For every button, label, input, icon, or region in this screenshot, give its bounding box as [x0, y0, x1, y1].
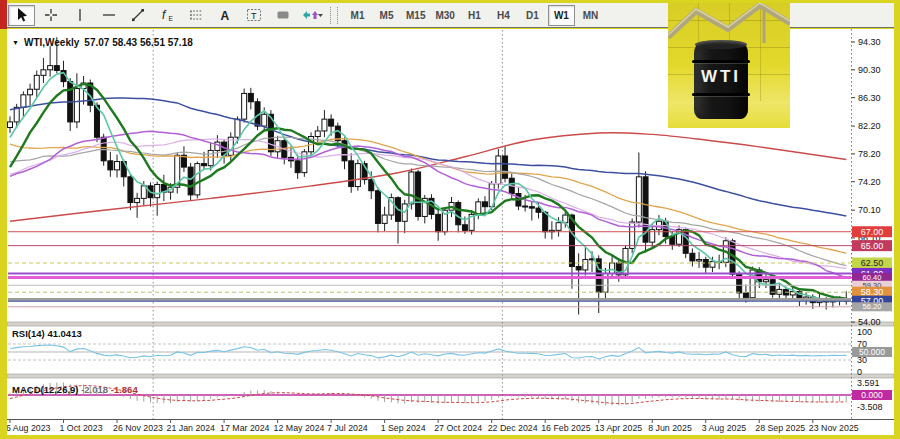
rectangle-icon — [275, 7, 291, 23]
svg-text:62.50: 62.50 — [861, 258, 884, 268]
svg-text:70.10: 70.10 — [858, 205, 881, 215]
svg-text:67.00: 67.00 — [861, 227, 884, 237]
svg-text:82.20: 82.20 — [858, 121, 881, 131]
pipes-graphic — [668, 3, 790, 43]
wti-logo-image: WTI — [668, 3, 790, 128]
collapse-triangle-icon[interactable]: ▼ — [12, 39, 19, 46]
rsi-name: RSI(14) — [12, 328, 45, 339]
svg-text:56.20: 56.20 — [863, 302, 882, 311]
svg-text:100: 100 — [857, 327, 872, 337]
cursor-icon — [14, 7, 30, 23]
fibonacci-icon — [188, 7, 204, 23]
svg-text:74.20: 74.20 — [858, 177, 881, 187]
svg-text:3.591: 3.591 — [857, 378, 880, 388]
timeframe-m30-button[interactable]: M30 — [431, 5, 458, 26]
svg-text:0.000: 0.000 — [861, 390, 883, 400]
timeframe-mn-button[interactable]: MN — [577, 5, 604, 26]
trendline-icon — [130, 7, 146, 23]
svg-text:13 Apr 2025: 13 Apr 2025 — [595, 423, 643, 433]
crosshair-tool[interactable] — [37, 5, 64, 26]
symbol-title: ▼ WTI,Weekly 57.07 58.43 56.51 57.18 — [12, 37, 193, 48]
vertical-line-tool[interactable] — [66, 5, 93, 26]
equidistant-channel-tool[interactable]: fE — [153, 5, 180, 26]
svg-text:3 Aug 2025: 3 Aug 2025 — [702, 423, 747, 433]
shapes-tool[interactable] — [269, 5, 296, 26]
ohlc-quote: 57.07 58.43 56.51 57.18 — [84, 37, 192, 48]
svg-text:-3.508: -3.508 — [857, 402, 883, 412]
svg-text:A: A — [220, 9, 229, 23]
svg-text:54.00: 54.00 — [858, 317, 881, 327]
timeframe-group: M1M5M15M30H1H4D1W1MN — [343, 5, 605, 26]
text-label-icon: T — [246, 7, 262, 23]
svg-text:1 Oct 2023: 1 Oct 2023 — [60, 423, 103, 433]
macd-value: -2.018 — [81, 384, 108, 395]
timeframe-m15-button[interactable]: M15 — [402, 5, 429, 26]
crosshair-icon — [43, 7, 59, 23]
svg-text:27 Oct 2024: 27 Oct 2024 — [434, 423, 482, 433]
svg-text:6 Aug 2023: 6 Aug 2023 — [7, 423, 51, 433]
text-label-tool[interactable]: T — [240, 5, 267, 26]
rsi-value: 41.0413 — [47, 328, 81, 339]
svg-text:23 Nov 2025: 23 Nov 2025 — [809, 423, 859, 433]
vertical-line-icon — [72, 7, 88, 23]
text-a-icon: A — [217, 7, 233, 23]
svg-text:E: E — [168, 15, 173, 22]
svg-text:7 Jul 2024: 7 Jul 2024 — [327, 423, 368, 433]
svg-text:8 Jun 2025: 8 Jun 2025 — [648, 423, 692, 433]
app-frame: fEAT M1M5M15M30H1H4D1W1MN 94.3090.3086.3… — [0, 0, 900, 439]
arrows-tool[interactable] — [298, 5, 325, 26]
timeframe-m1-button[interactable]: M1 — [344, 5, 371, 26]
horizontal-line-icon — [101, 7, 117, 23]
timeframe-w1-button[interactable]: W1 — [548, 5, 575, 26]
horizontal-line-tool[interactable] — [95, 5, 122, 26]
svg-text:28 Sep 2025: 28 Sep 2025 — [755, 423, 805, 433]
trendline-tool[interactable] — [124, 5, 151, 26]
svg-text:f: f — [162, 8, 167, 22]
svg-text:16 Feb 2025: 16 Feb 2025 — [541, 423, 591, 433]
svg-text:21 Jan 2024: 21 Jan 2024 — [167, 423, 216, 433]
text-tool[interactable]: A — [211, 5, 238, 26]
svg-text:94.30: 94.30 — [858, 37, 881, 47]
arrows-icon — [301, 7, 323, 23]
channel-icon: fE — [159, 7, 175, 23]
cursor-tool[interactable] — [8, 5, 35, 26]
svg-text:17 Mar 2024: 17 Mar 2024 — [220, 423, 269, 433]
svg-text:78.20: 78.20 — [858, 149, 881, 159]
macd-name: MACD(12,26,9) — [12, 384, 79, 395]
timeframe-h4-button[interactable]: H4 — [490, 5, 517, 26]
fibonacci-tool[interactable] — [182, 5, 209, 26]
timeframe-h1-button[interactable]: H1 — [461, 5, 488, 26]
oil-barrel-graphic: WTI — [694, 43, 748, 119]
svg-text:T: T — [251, 11, 257, 21]
frame-accent — [0, 0, 7, 29]
timeframe-m5-button[interactable]: M5 — [373, 5, 400, 26]
svg-text:12 May 2024: 12 May 2024 — [274, 423, 325, 433]
macd-signal-value: -1.864 — [111, 384, 138, 395]
rsi-label: RSI(14) 41.0413 — [12, 328, 82, 339]
svg-text:50.000: 50.000 — [859, 347, 885, 357]
macd-label: MACD(12,26,9) -2.018 -1.864 — [12, 384, 138, 395]
svg-text:86.30: 86.30 — [858, 93, 881, 103]
toolbar-grip[interactable] — [330, 7, 338, 24]
drawing-tools-group: fEAT — [7, 5, 326, 26]
svg-text:90.30: 90.30 — [858, 65, 881, 75]
logo-text: WTI — [694, 67, 748, 87]
symbol-name: WTI,Weekly — [24, 37, 79, 48]
svg-text:1 Sep 2024: 1 Sep 2024 — [381, 423, 426, 433]
svg-text:26 Nov 2023: 26 Nov 2023 — [113, 423, 163, 433]
svg-text:22 Dec 2024: 22 Dec 2024 — [488, 423, 538, 433]
svg-text:65.00: 65.00 — [861, 241, 884, 251]
timeframe-d1-button[interactable]: D1 — [519, 5, 546, 26]
svg-text:0: 0 — [857, 367, 862, 377]
